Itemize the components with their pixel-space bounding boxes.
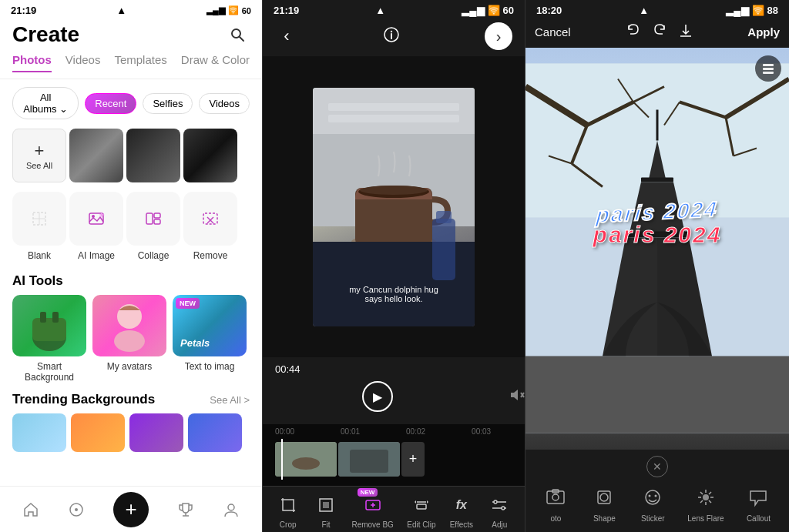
redo-button[interactable] xyxy=(652,22,667,42)
tab-photos[interactable]: Photos xyxy=(12,53,52,72)
undo-button[interactable] xyxy=(626,22,641,42)
p3-callout-tool[interactable]: Callout xyxy=(744,483,772,523)
timeline-clips: + xyxy=(263,439,525,480)
nav-profile[interactable] xyxy=(223,501,240,518)
paris-text-overlay[interactable]: paris 2024 paris 2024 xyxy=(552,200,763,248)
filter-row: All Albums ⌄ Recent Selfies Videos xyxy=(0,79,262,125)
nav-trophy[interactable] xyxy=(177,501,194,518)
status-bar-panel1: 21:19 ▲ ▂▄▆ 🛜 60 xyxy=(0,0,262,19)
see-all-trending[interactable]: See All > xyxy=(210,394,250,406)
nav-explore[interactable] xyxy=(68,501,85,518)
effects-tool[interactable]: fx Effects xyxy=(449,493,474,529)
page-title: Create xyxy=(12,22,79,47)
tab-draw-color[interactable]: Draw & Color xyxy=(181,53,250,72)
time-display: 00:44 xyxy=(263,363,525,378)
p3-photo-tool[interactable]: oto xyxy=(542,483,569,523)
bottom-nav: + xyxy=(0,486,262,532)
tool-remove[interactable]: Remove xyxy=(183,192,237,261)
svg-point-89 xyxy=(703,494,709,500)
adjust-tool[interactable]: Adju xyxy=(487,493,512,529)
p3-shape-tool[interactable]: Shape xyxy=(590,483,618,523)
p3-sticker-tool[interactable]: Sticker xyxy=(639,483,666,523)
tool-blank[interactable]: Blank xyxy=(12,192,66,261)
tools-grid: Blank AI Image Collage Remove xyxy=(0,189,262,269)
blank-icon xyxy=(12,192,66,246)
tab-templates[interactable]: Templates xyxy=(114,53,166,72)
add-clip-button[interactable]: + xyxy=(401,442,425,477)
crop-tool[interactable]: Crop xyxy=(276,493,300,529)
svg-rect-47 xyxy=(417,504,426,509)
timeline[interactable]: 00:00 00:01 00:02 00:03 + xyxy=(263,424,525,486)
p3-tools-row: oto Shape Sticker Lens Flare xyxy=(525,480,789,532)
play-button[interactable]: ▶ xyxy=(362,381,393,412)
filter-selfies[interactable]: Selfies xyxy=(143,93,193,114)
edit-clip-tool[interactable]: Edit Clip xyxy=(407,493,435,529)
clip-1[interactable] xyxy=(275,442,337,477)
photo-thumb-1[interactable] xyxy=(69,129,123,182)
p3-lens-flare-tool[interactable]: Lens Flare xyxy=(687,483,724,523)
sticker-tool-icon xyxy=(639,483,666,511)
nav-create[interactable]: + xyxy=(113,492,149,527)
tab-videos[interactable]: Videos xyxy=(65,53,101,72)
nav-home[interactable] xyxy=(22,501,39,518)
trending-thumb-4[interactable] xyxy=(188,413,242,452)
svg-rect-15 xyxy=(40,312,46,323)
trending-thumb-1[interactable] xyxy=(12,413,66,452)
remove-bg-tool[interactable]: NEW Remove BG xyxy=(351,493,393,529)
new-badge: NEW xyxy=(176,298,200,309)
trending-row xyxy=(0,413,262,452)
tool-collage[interactable]: Collage xyxy=(126,192,180,261)
video-caption: my Cancun dolphin hug says hello look. xyxy=(349,285,438,303)
photo-thumb-3[interactable] xyxy=(183,129,237,182)
close-panel-button[interactable]: ✕ xyxy=(646,456,668,477)
gps-icon-panel2: ▲ xyxy=(375,5,385,16)
wifi-icon-p2: 🛜 xyxy=(488,5,500,16)
svg-point-20 xyxy=(75,508,78,511)
svg-rect-72 xyxy=(641,178,673,182)
svg-rect-8 xyxy=(154,213,160,218)
svg-rect-79 xyxy=(763,68,774,70)
search-button[interactable] xyxy=(225,22,250,47)
time-panel1: 21:19 xyxy=(11,5,36,16)
see-all-button[interactable]: + See All xyxy=(12,129,66,182)
filter-all-albums[interactable]: All Albums ⌄ xyxy=(12,87,79,119)
svg-point-34 xyxy=(360,186,428,195)
ai-tools-grid: Smart Background My avatars NEW Petals T… xyxy=(0,295,262,390)
create-header: Create xyxy=(0,19,262,53)
photo-editor-canvas[interactable]: paris 2024 paris 2024 xyxy=(525,48,789,449)
layers-button[interactable] xyxy=(755,55,781,82)
filter-videos[interactable]: Videos xyxy=(199,93,250,114)
photo-thumb-2[interactable] xyxy=(126,129,180,182)
ai-tools-section-title: AI Tools xyxy=(0,269,262,295)
trending-thumb-3[interactable] xyxy=(129,413,183,452)
svg-point-23 xyxy=(228,504,234,510)
ai-tool-my-avatars[interactable]: My avatars xyxy=(92,295,166,383)
svg-point-88 xyxy=(655,495,657,497)
svg-point-85 xyxy=(600,494,608,501)
trending-thumb-2[interactable] xyxy=(71,413,125,452)
next-button[interactable]: › xyxy=(485,22,512,50)
mute-button[interactable] xyxy=(508,386,525,407)
ai-tool-text-to-image[interactable]: NEW Petals Text to imag xyxy=(173,295,247,383)
svg-line-96 xyxy=(709,492,711,494)
shape-tool-icon xyxy=(590,483,618,511)
tool-ai-image[interactable]: AI Image xyxy=(69,192,123,261)
trending-title: Trending Backgrounds xyxy=(12,392,155,407)
back-button[interactable]: ‹ xyxy=(275,26,298,46)
download-button[interactable] xyxy=(678,22,693,42)
filter-recent[interactable]: Recent xyxy=(85,93,136,114)
ai-tool-smart-bg[interactable]: Smart Background xyxy=(12,295,86,383)
fit-tool[interactable]: Fit xyxy=(314,493,338,529)
info-button[interactable] xyxy=(383,26,400,47)
smart-bg-thumbnail xyxy=(12,295,86,356)
svg-rect-77 xyxy=(525,356,789,433)
clip-2[interactable] xyxy=(338,442,400,477)
cancel-button[interactable]: Cancel xyxy=(535,25,571,38)
apply-button[interactable]: Apply xyxy=(747,25,780,38)
video-controls: 00:44 ▶ xyxy=(263,357,525,424)
svg-rect-14 xyxy=(32,318,66,341)
svg-rect-37 xyxy=(436,211,452,223)
video-bottom-tools: Crop Fit NEW Remove BG xyxy=(263,486,525,532)
svg-line-95 xyxy=(709,500,711,503)
svg-point-18 xyxy=(114,330,145,352)
